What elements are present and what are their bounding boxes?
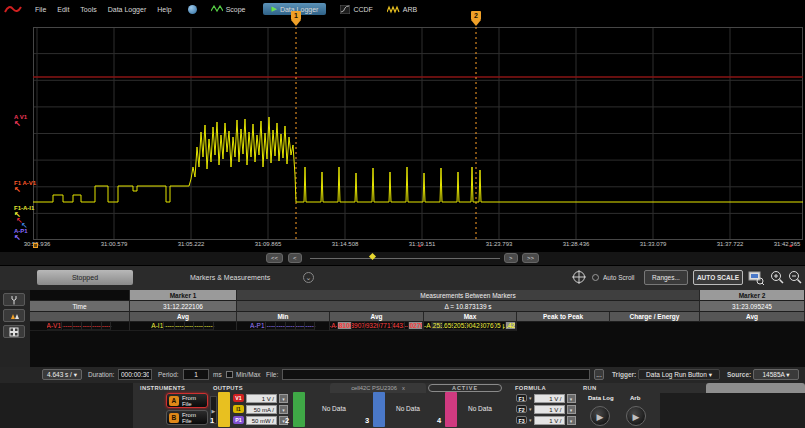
trigger-dropdown[interactable]: Data Log Run Button ▾ xyxy=(638,369,720,380)
active-tab[interactable]: ACTIVE xyxy=(428,384,502,392)
screen-copy-icon[interactable] xyxy=(748,270,764,285)
table-cell: ---- xyxy=(204,322,214,330)
i1-scale-dropdown[interactable]: ▾ xyxy=(279,405,288,414)
table-cell: ---- xyxy=(296,322,306,330)
file-browse-button[interactable]: ... xyxy=(594,369,604,380)
table-cell: ---- xyxy=(286,322,296,330)
auto-scroll-toggle[interactable] xyxy=(592,274,599,281)
p1-scale-value[interactable]: 50 mW / xyxy=(246,416,277,425)
scroll-last-button[interactable]: >> xyxy=(522,253,539,263)
menu-help[interactable]: Help xyxy=(157,6,171,13)
chevron-down-icon: ▾ xyxy=(529,417,532,423)
menu-data-logger[interactable]: Data Logger xyxy=(108,6,147,13)
auto-scale-button[interactable]: AUTO SCALE xyxy=(693,270,743,285)
f2-scale-value[interactable]: 1 V / xyxy=(534,405,565,414)
menu-edit[interactable]: Edit xyxy=(57,6,69,13)
tab-ccdf[interactable]: CCDF xyxy=(340,5,372,14)
keysight-logo-icon xyxy=(3,2,25,16)
menu-file[interactable]: File xyxy=(35,6,46,13)
v1-scale-dropdown[interactable]: ▾ xyxy=(279,394,288,403)
marker2-time: 31:23.095245 xyxy=(700,301,805,312)
view-mode-dropdown[interactable]: ⌄ xyxy=(303,272,314,283)
instruments-header: INSTRUMENTS xyxy=(140,385,185,391)
app-window: File Edit Tools Data Logger Help Scope ▶… xyxy=(0,0,805,428)
ranges-button[interactable]: Ranges... xyxy=(644,270,688,285)
sample-rate-dropdown[interactable]: 4.643 s / ▾ xyxy=(42,369,82,380)
tab-scope[interactable]: Scope xyxy=(211,5,246,13)
formula-f3-row: F3 ▾ 1 V / ▾ xyxy=(516,415,576,425)
x-axis-tick: 31:19.151 xyxy=(409,241,436,247)
channel-4-bar xyxy=(445,392,457,427)
f1-badge[interactable]: F1 xyxy=(516,394,527,402)
run-header: RUN xyxy=(583,385,596,391)
file-field[interactable] xyxy=(282,369,590,380)
instrument-a-button[interactable]: A From File xyxy=(166,393,208,408)
scope-waveform-icon xyxy=(211,5,223,13)
marker-arrow-icon xyxy=(471,20,481,26)
instrument-b-button[interactable]: B From File xyxy=(166,410,208,425)
f3-scale-value[interactable]: 1 V / xyxy=(534,416,565,425)
scroll-prev-button[interactable]: < xyxy=(288,253,302,263)
f2-badge[interactable]: F2 xyxy=(516,405,527,413)
subheader-ptp: Peak to Peak xyxy=(517,312,610,322)
table-cell: 73.490426 mA xyxy=(467,322,481,330)
marker-number: 2 xyxy=(471,11,481,20)
table-row: A-P1 ---- ---- ---- ---- ---- xyxy=(237,322,330,331)
source-dropdown[interactable]: 14585A ▾ xyxy=(753,369,799,380)
scroll-track[interactable] xyxy=(310,258,500,259)
instrument-a-badge: A xyxy=(169,396,179,406)
duration-field[interactable] xyxy=(118,369,152,380)
view-mode-label: Markers & Measurements xyxy=(190,274,270,281)
marker-flag-1[interactable]: 1 xyxy=(291,11,301,26)
marker-arrow-icon xyxy=(291,20,301,26)
channel-4-number: 4 xyxy=(437,416,441,425)
crosshair-icon[interactable] xyxy=(572,270,586,284)
between-markers-header: Measurements Between Markers xyxy=(237,290,700,301)
axis-marker-red-1: ▲ xyxy=(417,242,422,248)
table-cell: ---- xyxy=(165,322,175,330)
i1-scale-value[interactable]: 50 mA / xyxy=(246,405,277,414)
auto-scroll-label: Auto Scroll xyxy=(603,274,634,281)
scroll-next-button[interactable]: > xyxy=(504,253,518,263)
v1-badge: V1 xyxy=(233,394,244,402)
f2-scale-dropdown[interactable]: ▾ xyxy=(567,405,576,414)
table-row: A-I1 ---- ---- ---- ---- ---- xyxy=(130,322,237,331)
period-unit: ms xyxy=(213,371,222,378)
grid-view-button[interactable] xyxy=(3,325,25,338)
marker-flag-2[interactable]: 2 xyxy=(471,11,481,26)
subheader-m1-avg: Avg xyxy=(130,312,237,322)
collapsed-panel[interactable] xyxy=(706,383,805,393)
f3-badge[interactable]: F3 xyxy=(516,416,527,424)
axis-marker-origin[interactable] xyxy=(33,243,38,248)
data-log-play-button[interactable]: ▶ xyxy=(590,406,610,426)
arb-play-button[interactable]: ▶ xyxy=(626,406,646,426)
measurement-setup-button[interactable] xyxy=(3,293,25,306)
minmax-checkbox[interactable] xyxy=(226,371,233,378)
f1-scale-dropdown[interactable]: ▾ xyxy=(567,394,576,403)
play-icon: ▶ xyxy=(271,5,276,13)
arb-run-label: Arb xyxy=(630,395,640,401)
delta-value: Δ = 10.873139 s xyxy=(237,301,700,312)
strip-chart-plot[interactable] xyxy=(33,27,803,240)
f1-scale-value[interactable]: 1 V / xyxy=(534,394,565,403)
table-cell: 1.922053 mA xyxy=(454,322,467,330)
markers-button[interactable] xyxy=(3,309,25,322)
v1-scale-value[interactable]: 1 V / xyxy=(246,394,277,403)
table-cell xyxy=(315,326,316,327)
channel-label-f1-a-v1[interactable]: F1 A-V1↖ xyxy=(14,180,36,193)
scroll-first-button[interactable]: << xyxy=(266,253,283,263)
f3-scale-dropdown[interactable]: ▾ xyxy=(567,416,576,425)
tab-close-icon[interactable]: x xyxy=(402,385,405,391)
panel-right-spacer xyxy=(660,393,805,428)
table-row: F1-A-I1 896.253 µA 209.659 µA 1.922053 m… xyxy=(424,322,517,331)
zoom-in-icon[interactable] xyxy=(770,270,784,285)
chart-area[interactable]: 12A V1↖F1 A-V1↖F1-A-I1↖A-P1↖ 30:55.93631… xyxy=(0,18,805,258)
channel-label-a-v1[interactable]: A V1↖ xyxy=(14,114,27,127)
marker1-header: Marker 1 xyxy=(130,290,237,301)
info-ball-icon[interactable] xyxy=(188,5,197,14)
zoom-out-icon[interactable] xyxy=(788,270,802,285)
menu-tools[interactable]: Tools xyxy=(80,6,96,13)
channel-1-bar xyxy=(218,392,230,427)
period-field[interactable] xyxy=(183,369,209,380)
tab-arb[interactable]: ARB xyxy=(387,5,417,14)
